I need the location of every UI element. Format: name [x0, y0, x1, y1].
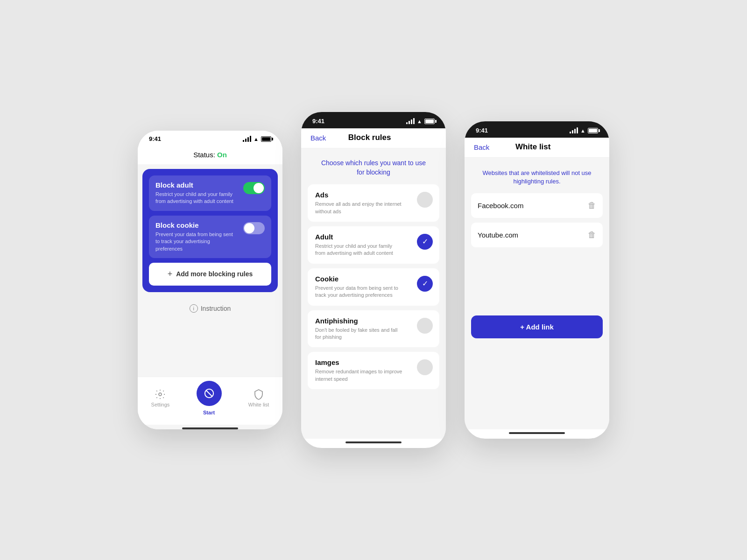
wifi-icon: ▲ [254, 136, 259, 142]
rule-antiphishing-title: Antiphishing [315, 317, 404, 325]
start-label: Start [203, 410, 215, 415]
whitelist-body: Websites that are whitelisted will not u… [465, 158, 609, 429]
whitelist-icon [253, 389, 264, 400]
rule-cookie-title: Cookie [315, 275, 404, 283]
rule-ads-toggle[interactable] [417, 192, 433, 208]
time-3: 9:41 [476, 127, 488, 134]
block-adult-card: Block adult Restrict your child and your… [149, 175, 271, 211]
block-adult-title: Block adult [155, 181, 235, 189]
signal-icon-2 [406, 119, 415, 124]
info-icon: i [190, 304, 198, 313]
rule-images-toggle[interactable] [417, 359, 433, 375]
rule-cookie: Cookie Prevent your data from being sent… [308, 268, 439, 306]
whitelist-info: Websites that are whitelisted will not u… [471, 164, 603, 193]
status-bar-3: 9:41 ▲ [465, 121, 609, 138]
phone-1: 9:41 ▲ Status: On Block adult [138, 131, 282, 429]
block-cookie-desc: Prevent your data from being sent to tra… [155, 231, 235, 252]
delete-facebook-button[interactable]: 🗑 [588, 201, 596, 210]
signal-icon-3 [570, 128, 578, 133]
svg-point-0 [159, 393, 162, 396]
svg-line-2 [206, 391, 212, 397]
blue-section: Block adult Restrict your child and your… [142, 169, 278, 292]
rule-cookie-desc: Prevent your data from being sent to tra… [315, 285, 404, 299]
rule-adult: Adult Restrict your child and your famil… [308, 226, 439, 264]
rule-adult-desc: Restrict your child and your family from… [315, 243, 404, 257]
signal-icon [243, 136, 251, 142]
block-adult-text: Block adult Restrict your child and your… [155, 181, 235, 205]
add-rules-label: Add more blocking rules [176, 270, 253, 278]
block-rules-header: Back Block rules [301, 128, 446, 148]
rule-images-desc: Remove redundant images to improve inter… [315, 368, 404, 383]
battery-icon [261, 136, 271, 142]
whitelist-header: Back White list [465, 138, 609, 158]
status-icons-2: ▲ [406, 119, 435, 124]
status-value: On [217, 151, 227, 159]
instruction-link[interactable]: i Instruction [138, 297, 282, 320]
status-text-label: Status: [193, 151, 215, 159]
phone-1-body: Status: On Block adult Restrict your chi… [138, 144, 282, 429]
add-link-button[interactable]: + Add link [471, 315, 603, 338]
delete-youtube-button[interactable]: 🗑 [588, 230, 596, 240]
back-button-2[interactable]: Back [310, 134, 326, 142]
rule-cookie-toggle[interactable]: ✓ [417, 276, 433, 292]
rule-images: Iamges Remove redundant images to improv… [308, 352, 439, 389]
phone-2: 9:41 ▲ Back Block rules Choose which rul… [301, 112, 446, 448]
block-rules-title: Block rules [348, 133, 391, 142]
start-fab[interactable] [197, 381, 222, 406]
phone-3: 9:41 ▲ Back White list Websites that are… [465, 121, 609, 439]
time-1: 9:41 [149, 135, 161, 142]
battery-icon-2 [424, 119, 435, 124]
battery-icon-3 [588, 128, 598, 133]
block-cookie-card: Block cookie Prevent your data from bein… [149, 216, 271, 258]
time-2: 9:41 [312, 118, 324, 125]
block-icon [204, 388, 214, 399]
rule-adult-title: Adult [315, 233, 404, 241]
add-rules-button[interactable]: + Add more blocking rules [149, 263, 271, 286]
rule-ads: Ads Remove all ads and enjoy the interne… [308, 184, 439, 222]
nav-start[interactable]: Start [197, 381, 222, 415]
nav-whitelist[interactable]: White list [248, 389, 269, 407]
status-line: Status: On [138, 144, 282, 164]
instruction-label: Instruction [201, 305, 231, 312]
whitelist-item-facebook: Facebook.com 🗑 [471, 193, 603, 218]
block-cookie-text: Block cookie Prevent your data from bein… [155, 221, 235, 252]
block-rules-body: Choose which rules you want to use for b… [301, 148, 446, 439]
settings-label: Settings [151, 402, 170, 407]
block-adult-desc: Restrict your child and your family from… [155, 191, 235, 205]
rule-ads-title: Ads [315, 191, 404, 199]
rule-antiphishing-desc: Don't be fooled by fake sites and fall f… [315, 327, 404, 341]
status-icons-3: ▲ [570, 128, 598, 133]
home-indicator [182, 427, 238, 429]
rule-images-title: Iamges [315, 358, 404, 366]
home-indicator-3 [509, 432, 565, 434]
block-cookie-title: Block cookie [155, 221, 235, 229]
domain-youtube: Youtube.com [478, 231, 518, 239]
block-cookie-toggle[interactable] [243, 222, 265, 234]
back-button-3[interactable]: Back [474, 143, 489, 151]
status-bar-2: 9:41 ▲ [301, 112, 446, 128]
block-adult-toggle[interactable] [243, 182, 265, 194]
rules-intro: Choose which rules you want to use for b… [308, 155, 439, 184]
wifi-icon-3: ▲ [580, 128, 585, 133]
domain-facebook: Facebook.com [478, 202, 523, 210]
rule-ads-desc: Remove all ads and enjoy the internet wi… [315, 201, 404, 215]
rule-adult-toggle[interactable]: ✓ [417, 234, 433, 250]
status-bar-1: 9:41 ▲ [138, 131, 282, 144]
bottom-nav: Settings Start White list [138, 377, 282, 425]
rule-antiphishing: Antiphishing Don't be fooled by fake sit… [308, 310, 439, 348]
whitelist-label: White list [248, 402, 269, 407]
status-icons-1: ▲ [243, 136, 271, 142]
plus-icon: + [168, 269, 173, 279]
whitelist-item-youtube: Youtube.com 🗑 [471, 223, 603, 247]
nav-settings[interactable]: Settings [151, 389, 170, 407]
wifi-icon-2: ▲ [417, 119, 422, 124]
home-indicator-2 [345, 441, 402, 443]
rule-antiphishing-toggle[interactable] [417, 318, 433, 334]
settings-icon [155, 389, 166, 400]
whitelist-title: White list [515, 142, 551, 152]
